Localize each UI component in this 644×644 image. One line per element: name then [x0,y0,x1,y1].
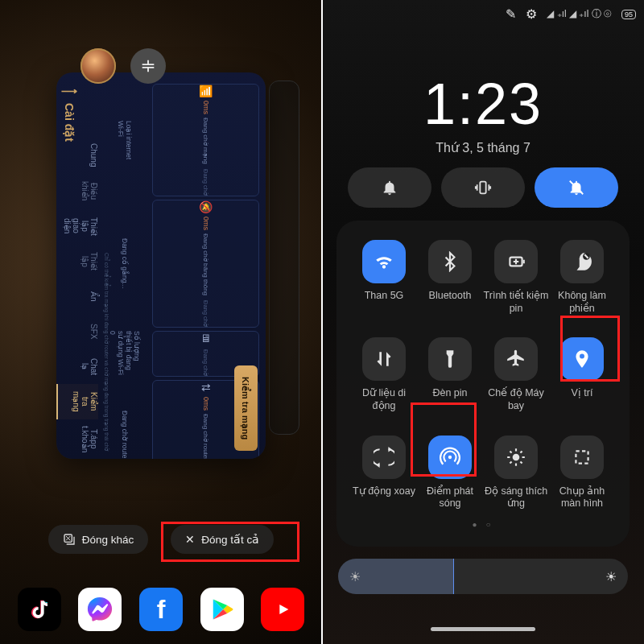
game-tab[interactable]: Chat lạ [56,349,98,385]
sound-mode-row [348,167,618,208]
youtube-icon [270,601,295,618]
game-tab[interactable]: Điều khiển [56,173,98,208]
data-icon [362,337,406,381]
qs-tile-bluetooth[interactable]: Bluetooth [417,240,483,315]
side-app-rail [269,80,299,435]
facebook-icon: f [157,595,166,625]
mode-vibrate[interactable] [441,167,525,208]
game-tab[interactable]: SFX [56,314,98,349]
settings-gear-icon[interactable]: ⚙ [526,6,537,22]
qs-tile-battery-saver[interactable]: Trình tiết kiệm pin [483,240,549,315]
wifi-icon [362,240,406,283]
mode-sound[interactable] [348,167,431,208]
brightness-high-icon: ☀ [605,569,617,584]
close-others-icon [63,533,76,546]
adaptive-icon [494,436,538,479]
network-footnote: Chỉ có thể kiểm tra mạng khi đang chờ ro… [103,253,109,451]
play-store-icon [210,597,234,621]
hotspot-icon [428,436,472,479]
page-dots: ● ○ [351,520,615,529]
brightness-low-icon: ☀ [349,569,361,584]
diag-cell: 📶0msĐang chờ mạngĐang chờ [152,84,259,196]
qs-tile-flashlight[interactable]: Đèn pin [417,337,483,412]
status-bar: ✎ ⚙ ◢ ₊ıl ◢ ₊ıl ⓘ ⦾ 95 [506,6,636,22]
qs-tile-label: Dữ liệu di động [351,387,417,412]
game-settings-tabs: ChungĐiều khiểnThiết lập giao diệnThiết … [56,72,98,459]
qs-tile-location[interactable]: Vị trí [549,337,615,412]
check-network-button[interactable]: Kiểm tra mạng [234,365,258,451]
qs-tile-label: Đèn pin [417,387,483,411]
qs-tile-label: Than 5G [351,290,417,314]
screenshot-icon [560,436,604,479]
svg-point-5 [448,455,452,458]
qs-tile-dnd[interactable]: Không làm phiền [549,240,615,315]
qs-tile-data[interactable]: Dữ liệu di động [351,337,417,412]
qs-tile-label: Bluetooth [417,290,483,314]
close-others-button[interactable]: Đóng khác [48,525,149,554]
game-tab[interactable]: Ẩn [56,279,98,314]
app-avatar[interactable] [80,48,116,84]
quick-settings-sheet: Than 5GBluetoothTrình tiết kiệm pinKhông… [336,221,630,547]
qs-tile-label: Điểm phát sóng [417,485,483,510]
location-icon [560,337,604,381]
dock-facebook[interactable]: f [139,588,183,631]
dock-messenger[interactable] [78,588,122,631]
dock-playstore[interactable] [200,588,244,631]
close-all-button[interactable]: ✕ Đóng tất cả [171,525,274,554]
nav-bar-pill[interactable] [431,627,535,631]
split-screen-button[interactable] [130,48,166,84]
dnd-icon [560,240,604,283]
dock-youtube[interactable] [261,588,304,631]
qs-tile-screenshot[interactable]: Chụp ảnh màn hình [549,436,615,510]
game-tab[interactable]: T.ápp t.khoản [56,419,98,459]
recent-app-card[interactable]: ⟵Cài đặt ChungĐiều khiểnThiết lập giao d… [56,72,266,459]
brightness-slider[interactable]: ☀ ☀ [338,559,628,594]
svg-rect-7 [576,451,588,463]
close-icon: ✕ [185,533,195,546]
diag-row-header: Loại internet Wi-Fi [101,84,149,196]
game-tab[interactable]: Chung [56,137,98,173]
qs-tile-label: Vị trí [549,387,615,411]
tiktok-icon [27,597,52,621]
qs-tile-airplane[interactable]: Chế độ Máy bay [483,337,549,412]
signal-icons: ◢ ₊ıl ◢ ₊ıl ⓘ ⦾ [547,7,612,21]
game-tab[interactable]: Thiết lập giao diện [56,208,98,244]
clock-time: 1:23 [322,71,644,137]
app-dock: f [0,588,322,631]
svg-rect-2 [480,182,485,194]
battery-saver-icon [494,240,538,283]
messenger-icon [86,596,114,623]
qs-tile-adaptive[interactable]: Độ sáng thích ứng [483,436,549,510]
qs-tile-label: Trình tiết kiệm pin [483,290,549,315]
rotate-icon [362,436,406,479]
edit-icon[interactable]: ✎ [506,6,516,22]
screenshot-divider [321,0,323,644]
qs-tile-label: Chụp ảnh màn hình [549,485,615,510]
recent-apps-screen: ⟵Cài đặt ChungĐiều khiểnThiết lập giao d… [0,0,322,644]
qs-tile-label: Tự động xoay [351,485,417,510]
quick-settings-screen: ✎ ⚙ ◢ ₊ıl ◢ ₊ıl ⓘ ⦾ 95 1:23 Thứ 3, 5 thá… [322,0,644,644]
quick-settings-grid: Than 5GBluetoothTrình tiết kiệm pinKhông… [351,240,615,510]
bell-icon [381,179,398,196]
qs-tile-label: Độ sáng thích ứng [483,485,549,510]
diag-cell: 🔕0msĐang chờ băng thôngĐang chờ [152,200,259,328]
vibrate-icon [473,179,493,196]
network-diagnostic-grid: Loại internet Wi-Fi📶0msĐang chờ mạngĐang… [101,84,259,415]
airplane-icon [494,337,538,381]
qs-tile-label: Chế độ Máy bay [483,387,549,412]
clock-date: Thứ 3, 5 tháng 7 [322,140,644,155]
bluetooth-icon [428,240,472,283]
qs-tile-hotspot[interactable]: Điểm phát sóng [417,436,483,510]
game-tab[interactable]: Kiểm tra mạng [56,384,98,419]
mode-mute[interactable] [535,167,618,208]
qs-tile-rotate[interactable]: Tự động xoay [351,436,417,510]
battery-indicator: 95 [621,10,636,19]
svg-point-6 [513,453,520,460]
split-icon [139,57,157,75]
qs-tile-wifi[interactable]: Than 5G [351,240,417,315]
dock-tiktok[interactable] [18,588,61,631]
flashlight-icon [428,337,472,381]
game-tab[interactable]: Thiết lập [56,244,98,279]
qs-tile-label: Không làm phiền [549,290,615,315]
bell-off-icon [567,179,586,196]
